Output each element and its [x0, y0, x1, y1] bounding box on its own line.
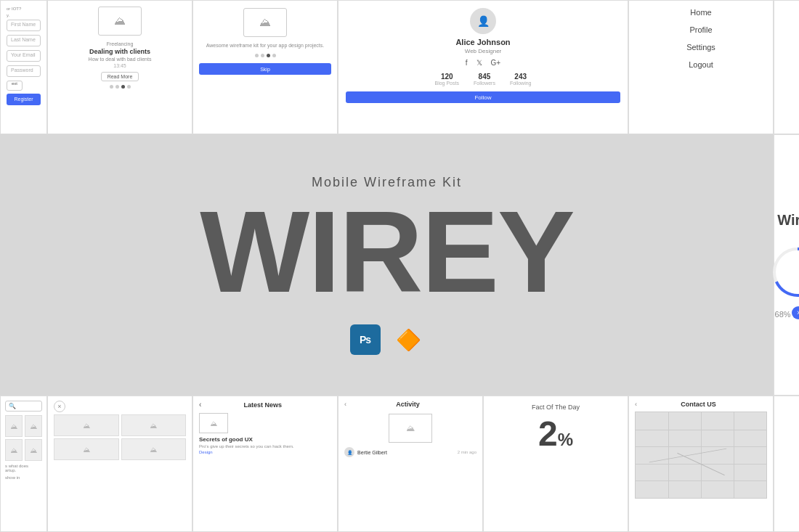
map-photo-3: ⛰: [54, 438, 119, 460]
facebook-icon[interactable]: f: [466, 59, 468, 67]
map-road-1: [649, 449, 727, 463]
twitter-icon: 𝕏: [476, 59, 482, 67]
ext-button[interactable]: ext: [7, 81, 23, 91]
svg-point-1: [774, 249, 800, 295]
activity-back-icon[interactable]: ‹: [344, 401, 346, 408]
close-icon[interactable]: ×: [54, 401, 65, 412]
email-field[interactable]: Your Email: [7, 50, 41, 62]
stat-following: 243 Following: [510, 73, 532, 86]
news-article-sub: Pro's give up their secrets so you can h…: [199, 444, 331, 449]
news-card: ‹ Latest News ⛰ Secrets of good UX Pro's…: [192, 396, 338, 532]
menu-item-home[interactable]: Home: [640, 8, 762, 17]
follow-button[interactable]: Follow: [346, 91, 620, 103]
map-photo-4: ⛰: [121, 438, 187, 460]
login-card: or IOT? y. First Name Last Name Your Ema…: [0, 0, 47, 134]
profile-name: Alice Johnson: [455, 38, 510, 46]
last-name-field[interactable]: Last Name: [7, 35, 41, 46]
activity-time: 2 min ago: [458, 450, 476, 454]
activity-card: ‹ Activity ⛰ 👤 Bertie Gilbert 2 min ago: [338, 396, 483, 532]
contact-card: ‹ Contact US: [628, 396, 774, 532]
register-button[interactable]: Register: [7, 94, 41, 105]
news-back-icon[interactable]: ‹: [199, 401, 201, 409]
search-bar[interactable]: 🔍: [5, 401, 42, 412]
menu-item-logout[interactable]: Logout: [640, 60, 762, 69]
iot-text: or IOT?: [7, 7, 41, 11]
contact-map: [635, 412, 767, 499]
hero-title: WIREY: [200, 194, 573, 310]
activity-image: ⛰: [389, 414, 432, 443]
action-button[interactable]: ›: [792, 306, 799, 319]
photo-1: ⛰: [5, 415, 23, 437]
fact-number-wrapper: 2 %: [538, 417, 573, 451]
search-card: 🔍 ⛰ ⛰ ⛰ ⛰ s what does artup. show in: [0, 396, 47, 532]
contact-title: Contact US: [681, 401, 716, 408]
fact-card: Fact Of The Day 2 %: [483, 396, 628, 532]
onboard-card: ⛰ Awesome wireframe kit for your app des…: [192, 0, 338, 134]
loading-title: Wirey: [777, 212, 799, 229]
contact-back-icon[interactable]: ‹: [635, 401, 637, 408]
menu-item-settings[interactable]: Settings: [640, 43, 762, 52]
activity-avatar: 👤: [344, 447, 354, 457]
news-image-icon: ⛰: [210, 420, 217, 427]
carousel-dots: [110, 85, 131, 89]
photoshop-icon: Ps: [350, 324, 381, 355]
fact-percent: %: [558, 430, 573, 450]
activity-image-icon: ⛰: [406, 423, 415, 433]
skip-button[interactable]: Skip: [199, 63, 331, 75]
fact-title: Fact Of The Day: [532, 404, 580, 411]
hero-section: Mobile Wireframe Kit WIREY Ps 🔶: [0, 134, 774, 396]
right-bottom-card: ›: [774, 396, 799, 532]
profile-card: 👤 Alice Johnson Web Designer f 𝕏 G+ 120 …: [338, 0, 628, 134]
password-field[interactable]: Password: [7, 65, 41, 77]
ext-hint: y.: [7, 13, 41, 17]
photo-2: ⛰: [25, 415, 42, 437]
progress-circle: [768, 243, 800, 310]
news-tag: Design: [199, 450, 331, 454]
news-image: ⛰: [199, 413, 228, 433]
onboard-dot-4: [272, 54, 276, 57]
dot-3: [121, 85, 125, 89]
read-more-button[interactable]: Read More: [101, 72, 139, 81]
search-hint-3: show in: [5, 475, 42, 480]
photo-4: ⛰: [25, 439, 42, 461]
dot-4: [127, 85, 131, 89]
news-header: ‹ Latest News: [199, 401, 331, 409]
photo-grid: ⛰ ⛰ ⛰ ⛰: [5, 415, 42, 461]
dot-2: [115, 85, 119, 89]
blog-image: ⛰: [98, 7, 142, 36]
sketch-icon: 🔶: [394, 324, 424, 355]
followers-count: 845: [474, 73, 495, 81]
image-placeholder-icon: ⛰: [259, 16, 271, 29]
menu-item-profile[interactable]: Profile: [640, 25, 762, 34]
onboard-dot-3: [267, 54, 270, 57]
search-hint-2: artup.: [5, 468, 42, 472]
blog-subtitle: How to deal with bad clients: [89, 57, 152, 62]
right-top-card: [774, 0, 799, 134]
posts-count: 120: [435, 73, 459, 81]
social-links: f 𝕏 G+: [466, 59, 500, 67]
search-icon: 🔍: [9, 403, 16, 409]
svg-point-0: [774, 249, 800, 295]
activity-user: 👤 Bertie Gilbert 2 min ago: [344, 447, 476, 457]
activity-title: Activity: [396, 401, 420, 408]
hero-icons: Ps 🔶: [350, 324, 424, 355]
blog-tag: Freelancing: [107, 41, 134, 46]
gplus-icon[interactable]: G+: [491, 59, 501, 67]
stat-followers: 845 Followers: [474, 73, 495, 86]
image-icon: ⛰: [114, 15, 126, 28]
blog-card: ⛰ Freelancing Dealing with clients How t…: [47, 0, 192, 134]
map-photo-2: ⛰: [121, 414, 187, 436]
onboard-text: Awesome wireframe kit for your app desig…: [206, 43, 325, 48]
map-photo-grid: ⛰ ⛰ ⛰ ⛰: [54, 414, 186, 460]
map-small-card: × ⛰ ⛰ ⛰ ⛰: [47, 396, 192, 532]
blog-title: Dealing with clients: [89, 48, 150, 55]
photo-3: ⛰: [5, 439, 23, 461]
map-close-area: ×: [54, 401, 186, 412]
loading-panel: Wirey 68% Loaded ›: [774, 134, 799, 396]
first-name-field[interactable]: First Name: [7, 20, 41, 31]
profile-avatar: 👤: [470, 8, 496, 34]
news-article-title: Secrets of good UX: [199, 436, 331, 443]
contact-header: ‹ Contact US: [635, 401, 767, 408]
activity-header: ‹ Activity: [344, 401, 476, 408]
menu-card: Home Profile Settings Logout: [628, 0, 774, 134]
